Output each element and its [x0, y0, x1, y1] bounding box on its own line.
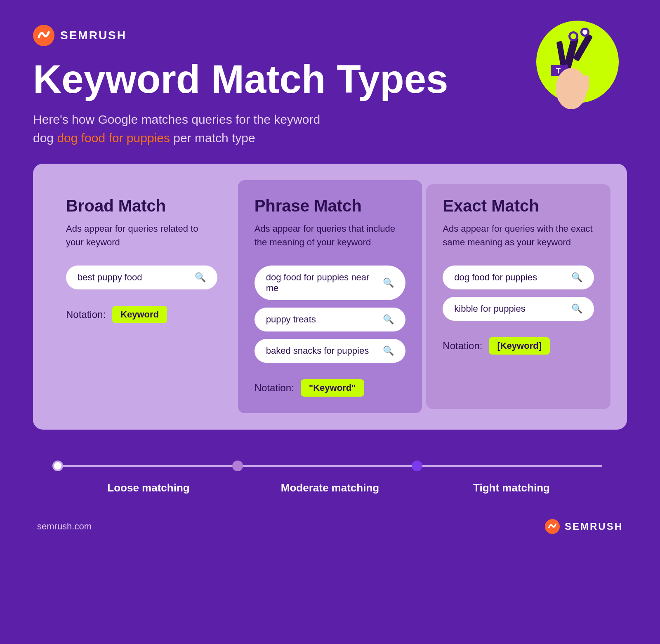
- phrase-notation-label: Notation:: [255, 382, 294, 394]
- exact-search-icon-1: 🔍: [571, 272, 582, 283]
- svg-rect-13: [561, 74, 568, 91]
- exact-search-text-1: dog food for puppies: [454, 272, 537, 283]
- phrase-search-icon-2: 🔍: [383, 314, 394, 325]
- phrase-search-icon-1: 🔍: [383, 277, 394, 288]
- phrase-search-text-2: puppy treats: [266, 314, 316, 325]
- phrase-search-text-1: dog food for puppies near me: [266, 272, 378, 294]
- phrase-search-text-3: baked snacks for puppies: [266, 346, 369, 356]
- broad-match-column: Broad Match Ads appear for queries relat…: [50, 184, 234, 409]
- phrase-search-pill-3: baked snacks for puppies 🔍: [255, 339, 406, 363]
- illustration: T: [520, 12, 627, 120]
- semrush-logo-icon: [33, 25, 54, 46]
- card-container: Broad Match Ads appear for queries relat…: [33, 164, 627, 430]
- svg-rect-16: [583, 75, 589, 91]
- broad-search-text-1: best puppy food: [78, 272, 142, 283]
- slider-label-moderate: Moderate matching: [281, 482, 379, 494]
- broad-notation-badge: Keyword: [112, 306, 167, 323]
- phrase-match-column: Phrase Match Ads appear for queries that…: [238, 180, 422, 413]
- slider-track: [58, 458, 602, 473]
- phrase-search-pill-2: puppy treats 🔍: [255, 308, 406, 331]
- slider-label-tight: Tight matching: [473, 482, 550, 494]
- phrase-match-desc: Ads appear for queries that include the …: [255, 222, 406, 249]
- svg-rect-15: [576, 73, 582, 91]
- footer-logo-icon: [545, 519, 560, 534]
- logo-area: SEMRUSH: [33, 25, 127, 46]
- logo-text: SEMRUSH: [60, 29, 127, 42]
- slider-line: [58, 465, 602, 467]
- subtitle-keyword: dog food for puppies: [57, 131, 170, 145]
- footer-url: semrush.com: [37, 521, 92, 532]
- footer-logo: SEMRUSH: [545, 519, 623, 534]
- svg-point-6: [570, 33, 576, 39]
- exact-search-icon-2: 🔍: [571, 303, 582, 314]
- phrase-search-icon-3: 🔍: [383, 346, 394, 356]
- slider-dot-left: [52, 461, 63, 471]
- svg-text:T: T: [556, 67, 561, 75]
- broad-notation-row: Notation: Keyword: [66, 306, 217, 323]
- exact-notation-badge: [Keyword]: [489, 337, 550, 355]
- page-wrapper: SEMRUSH T Keyword Matc: [0, 0, 660, 644]
- exact-notation-row: Notation: [Keyword]: [443, 337, 594, 355]
- exact-match-column: Exact Match Ads appear for queries with …: [426, 184, 610, 409]
- phrase-search-pill-1: dog food for puppies near me 🔍: [255, 266, 406, 300]
- exact-match-desc: Ads appear for queries with the exact sa…: [443, 222, 594, 249]
- exact-match-title: Exact Match: [443, 197, 594, 215]
- exact-search-pill-2: kibble for puppies 🔍: [443, 297, 594, 321]
- slider-section: Loose matching Moderate matching Tight m…: [33, 458, 627, 494]
- slider-dot-right: [412, 461, 422, 471]
- footer-logo-text: SEMRUSH: [565, 521, 623, 532]
- broad-match-desc: Ads appear for queries related to your k…: [66, 222, 217, 249]
- broad-notation-label: Notation:: [66, 309, 106, 320]
- exact-search-text-2: kibble for puppies: [454, 303, 525, 314]
- broad-search-icon-1: 🔍: [195, 272, 206, 283]
- slider-dot-middle: [232, 461, 243, 471]
- slider-label-loose: Loose matching: [107, 482, 189, 494]
- footer: semrush.com SEMRUSH: [33, 519, 627, 534]
- subtitle-plain: Here's how Google matches queries for th…: [33, 113, 320, 126]
- svg-point-8: [582, 30, 587, 35]
- phrase-notation-row: Notation: "Keyword": [255, 379, 406, 397]
- slider-labels: Loose matching Moderate matching Tight m…: [58, 482, 602, 494]
- phrase-match-title: Phrase Match: [255, 197, 406, 215]
- phrase-notation-badge: "Keyword": [301, 379, 364, 397]
- exact-search-pill-1: dog food for puppies 🔍: [443, 266, 594, 289]
- subtitle-suffix: per match type: [170, 131, 255, 145]
- exact-notation-label: Notation:: [443, 340, 482, 352]
- broad-search-pill-1: best puppy food 🔍: [66, 266, 217, 289]
- svg-rect-14: [568, 72, 575, 91]
- broad-match-title: Broad Match: [66, 197, 217, 215]
